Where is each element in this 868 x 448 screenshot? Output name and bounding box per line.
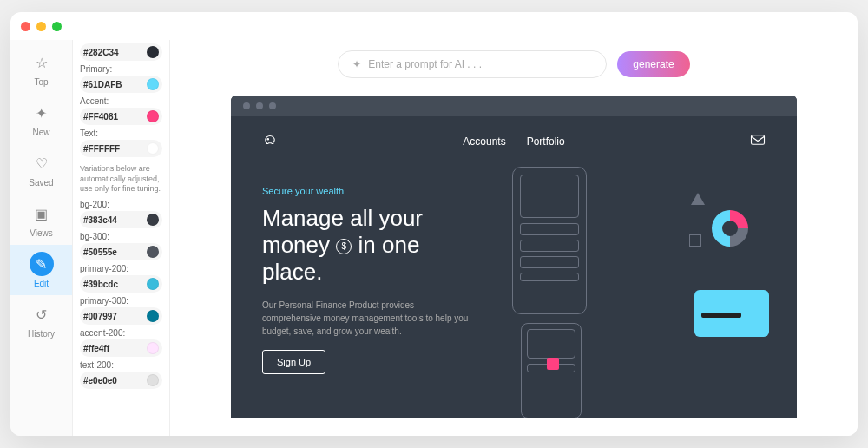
field-label: Text: bbox=[80, 128, 162, 138]
browser-dot bbox=[256, 102, 263, 109]
swatch[interactable] bbox=[147, 214, 159, 226]
history-icon: ↺ bbox=[30, 302, 54, 326]
rail-views[interactable]: ▣ Views bbox=[10, 194, 72, 245]
phone-outline-small bbox=[521, 323, 582, 418]
lock-icon bbox=[547, 358, 559, 370]
svg-rect-1 bbox=[751, 135, 764, 145]
swatch[interactable] bbox=[147, 374, 159, 386]
hero: Secure your wealth Manage all your money… bbox=[262, 186, 766, 374]
color-variation: bg-300: bbox=[80, 232, 162, 260]
nav-accounts[interactable]: Accounts bbox=[463, 135, 505, 148]
field-label: bg-300: bbox=[80, 232, 162, 241]
field-label: bg-200: bbox=[80, 200, 162, 209]
color-bg-input[interactable] bbox=[83, 48, 143, 57]
color-text: Text: bbox=[80, 128, 162, 157]
rail-saved[interactable]: ♡ Saved bbox=[10, 144, 72, 194]
nav-portfolio[interactable]: Portfolio bbox=[527, 135, 565, 148]
heart-icon: ♡ bbox=[30, 151, 54, 175]
variation-input[interactable] bbox=[83, 376, 143, 385]
prompt-input[interactable]: ✦ Enter a prompt for AI . . . bbox=[338, 50, 607, 78]
star-icon: ☆ bbox=[30, 50, 54, 75]
rail-history[interactable]: ↺ History bbox=[10, 295, 72, 346]
color-primary: Primary: bbox=[80, 64, 162, 93]
svg-point-0 bbox=[267, 139, 269, 141]
hero-desc: Our Personal Finance Product provides co… bbox=[262, 299, 470, 338]
rail-label: History bbox=[28, 329, 55, 339]
color-panel: Primary: Accent: Text: bbox=[73, 40, 170, 436]
color-text-input[interactable] bbox=[83, 144, 143, 154]
swatch[interactable] bbox=[147, 46, 159, 58]
variation-input[interactable] bbox=[83, 280, 143, 289]
rail-top[interactable]: ☆ Top bbox=[10, 43, 72, 94]
field-label: primary-300: bbox=[80, 296, 162, 306]
sparkle-icon: ✦ bbox=[352, 58, 361, 70]
swatch[interactable] bbox=[147, 310, 159, 322]
triangle-shape bbox=[691, 193, 705, 205]
hero-illustration bbox=[505, 186, 766, 374]
color-variation: accent-200: bbox=[80, 328, 162, 357]
pie-chart-icon bbox=[712, 210, 748, 247]
field-label: Accent: bbox=[80, 96, 162, 106]
variation-input[interactable] bbox=[83, 312, 143, 321]
variation-input[interactable] bbox=[83, 344, 143, 353]
square-shape bbox=[689, 234, 701, 247]
color-variation: primary-200: bbox=[80, 264, 162, 293]
color-primary-input[interactable] bbox=[83, 80, 143, 89]
eyebrow: Secure your wealth bbox=[262, 186, 470, 196]
generate-button[interactable]: generate bbox=[617, 51, 689, 77]
swatch[interactable] bbox=[147, 342, 159, 354]
rail-label: Views bbox=[30, 228, 53, 238]
color-variation: text-200: bbox=[80, 360, 162, 389]
piggy-icon bbox=[262, 132, 278, 151]
sparkle-icon: ✦ bbox=[30, 101, 54, 125]
rail-label: Saved bbox=[29, 178, 53, 188]
color-variation: bg-200: bbox=[80, 200, 162, 228]
field-label: Primary: bbox=[80, 64, 162, 74]
variation-input[interactable] bbox=[83, 247, 143, 257]
swatch[interactable] bbox=[147, 78, 159, 90]
browser-dot bbox=[243, 102, 250, 109]
minimize-dot[interactable] bbox=[36, 22, 46, 31]
rail-label: Top bbox=[34, 77, 48, 87]
swatch[interactable] bbox=[147, 110, 159, 122]
topbar: ✦ Enter a prompt for AI . . . generate bbox=[170, 40, 858, 96]
browser-frame: Accounts Portfolio Secure your wealth bbox=[231, 96, 797, 418]
close-dot[interactable] bbox=[21, 22, 30, 31]
color-variation: primary-300: bbox=[80, 296, 162, 325]
color-bg bbox=[80, 43, 162, 61]
titlebar bbox=[10, 12, 858, 40]
preview-area: Accounts Portfolio Secure your wealth bbox=[170, 96, 858, 436]
sidebar-rail: ☆ Top ✦ New ♡ Saved ▣ Views ✎ Edit ↺ His… bbox=[10, 40, 73, 436]
credit-card-icon bbox=[694, 290, 769, 337]
phone-outline bbox=[512, 167, 587, 314]
rail-edit[interactable]: ✎ Edit bbox=[10, 245, 72, 295]
mail-icon[interactable] bbox=[750, 134, 766, 149]
signup-button[interactable]: Sign Up bbox=[262, 350, 326, 374]
browser-dot bbox=[269, 102, 276, 109]
prompt-placeholder: Enter a prompt for AI . . . bbox=[368, 58, 482, 70]
panel-note: Variations below are automatically adjus… bbox=[80, 164, 162, 194]
pencil-icon: ✎ bbox=[30, 252, 54, 276]
swatch[interactable] bbox=[147, 142, 159, 155]
field-label: primary-200: bbox=[80, 264, 162, 273]
field-label: text-200: bbox=[80, 360, 162, 370]
site-nav: Accounts Portfolio bbox=[262, 132, 766, 151]
maximize-dot[interactable] bbox=[52, 22, 62, 31]
rail-new[interactable]: ✦ New bbox=[10, 94, 72, 144]
site-content: Accounts Portfolio Secure your wealth bbox=[231, 116, 797, 418]
color-accent: Accent: bbox=[80, 96, 162, 125]
app-window: ☆ Top ✦ New ♡ Saved ▣ Views ✎ Edit ↺ His… bbox=[10, 12, 858, 436]
color-accent-input[interactable] bbox=[83, 112, 143, 122]
variation-input[interactable] bbox=[83, 215, 143, 225]
layout-icon: ▣ bbox=[30, 201, 54, 226]
rail-label: New bbox=[32, 128, 49, 137]
field-label: accent-200: bbox=[80, 328, 162, 338]
swatch[interactable] bbox=[147, 246, 159, 258]
hero-title: Manage all your money $ in one place. bbox=[262, 205, 470, 287]
rail-label: Edit bbox=[34, 279, 49, 288]
browser-bar bbox=[231, 96, 797, 116]
swatch[interactable] bbox=[147, 278, 159, 290]
main-area: ✦ Enter a prompt for AI . . . generate bbox=[170, 40, 858, 436]
